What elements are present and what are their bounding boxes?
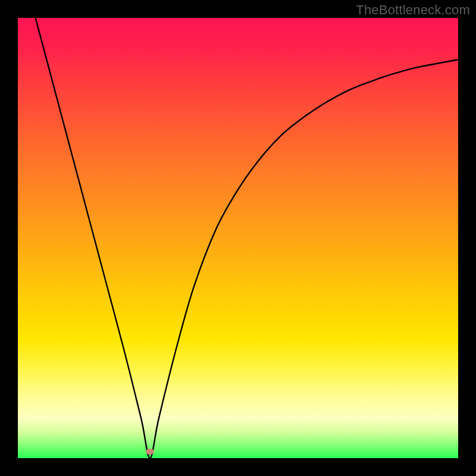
optimal-point-marker (146, 449, 154, 455)
bottleneck-curve (36, 18, 458, 458)
plot-area (18, 18, 458, 458)
curve-svg (18, 18, 458, 458)
chart-frame: TheBottleneck.com (0, 0, 476, 476)
watermark-text: TheBottleneck.com (356, 2, 470, 18)
